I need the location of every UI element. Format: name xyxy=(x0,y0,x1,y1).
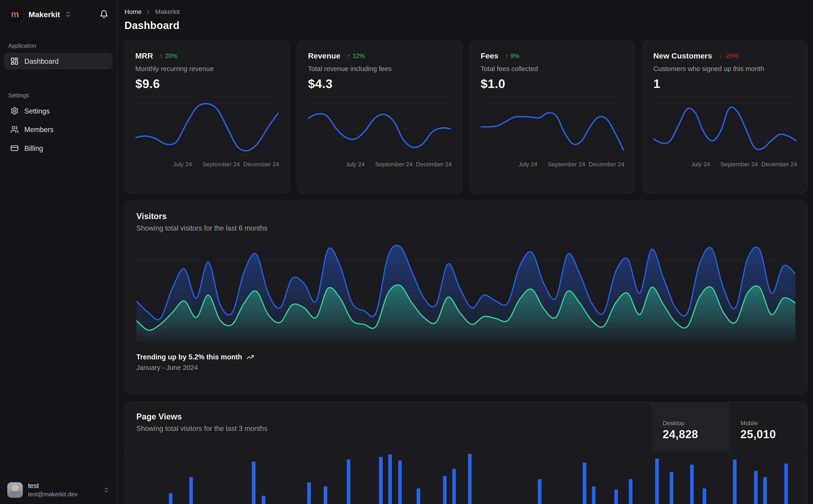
workspace-name: Makerkit xyxy=(29,10,60,19)
stat-card-new-customers: New Customers ↓-25% Customers who signed… xyxy=(643,40,807,193)
stat-value: 1 xyxy=(654,77,797,91)
visitors-trend-line: Trending up by 5.2% this month xyxy=(136,353,795,361)
trending-up-icon xyxy=(246,353,254,361)
chevrons-up-down-icon xyxy=(103,487,109,493)
stat-value: $1.0 xyxy=(481,77,624,91)
new-customers-sparkline-chart xyxy=(654,97,797,159)
breadcrumb: Home Makerkit xyxy=(124,7,807,17)
user-avatar xyxy=(7,482,23,498)
stat-value: $4.3 xyxy=(308,77,451,91)
app-window: m Makerkit Application Dashboard Setting… xyxy=(0,0,813,504)
x-tick-label: December 24 xyxy=(761,161,797,167)
chevron-right-icon xyxy=(145,9,151,15)
stat-title: MRR xyxy=(135,51,153,60)
tab-mobile-label: Mobile xyxy=(741,420,807,426)
fees-sparkline-chart xyxy=(481,97,624,159)
x-tick-label: September 24 xyxy=(202,161,240,167)
stat-cards-row: MRR ↑20% Monthly recurring revenue $9.6 … xyxy=(124,40,807,193)
stat-description: Customers who signed up this month xyxy=(654,65,797,72)
page-title: Dashboard xyxy=(124,19,807,32)
sidebar-item-label: Billing xyxy=(24,144,43,152)
stat-title: New Customers xyxy=(654,51,712,60)
stat-card-header: Fees ↑9% xyxy=(481,51,624,60)
stat-delta-badge: ↑20% xyxy=(160,52,177,59)
stat-card-header: Revenue ↑12% xyxy=(308,51,451,60)
sidebar-item-billing[interactable]: Billing xyxy=(4,140,112,157)
stat-delta-value: 12% xyxy=(352,52,365,59)
x-axis-labels: July 24 September 24 December 24 xyxy=(481,161,624,169)
sidebar-item-label: Members xyxy=(24,126,54,133)
stat-card-fees: Fees ↑9% Total fees collected $1.0 July … xyxy=(470,40,635,193)
x-tick-label: September 24 xyxy=(548,161,585,167)
visitors-subtitle: Showing total visitors for the last 6 mo… xyxy=(136,224,795,232)
stat-description: Total revenue including fees xyxy=(308,65,451,72)
x-tick-label: September 24 xyxy=(375,161,413,167)
stat-description: Total fees collected xyxy=(481,65,624,72)
stat-delta-badge: ↑12% xyxy=(347,52,365,59)
stat-card-revenue: Revenue ↑12% Total revenue including fee… xyxy=(297,40,462,193)
tab-desktop-label: Desktop xyxy=(663,420,729,426)
x-axis-labels: July 24 September 24 December 24 xyxy=(308,161,451,169)
visitors-area-chart xyxy=(136,240,795,342)
stat-value: $9.6 xyxy=(135,77,279,91)
tab-desktop-value: 24,828 xyxy=(663,428,729,441)
sidebar-section-label-settings: Settings xyxy=(0,92,117,98)
user-email: test@makerkit.dev xyxy=(28,490,77,498)
page-views-bar-chart xyxy=(136,452,795,504)
x-tick-label: December 24 xyxy=(416,161,452,167)
logo-letter: m xyxy=(11,10,19,19)
credit-card-icon xyxy=(10,144,19,152)
visitors-trend-text: Trending up by 5.2% this month xyxy=(136,353,242,361)
stat-description: Monthly recurring revenue xyxy=(135,65,279,72)
sidebar-item-label: Settings xyxy=(24,107,50,115)
stat-card-mrr: MRR ↑20% Monthly recurring revenue $9.6 … xyxy=(124,40,289,193)
sidebar: m Makerkit Application Dashboard Setting… xyxy=(0,0,117,504)
sidebar-item-members[interactable]: Members xyxy=(4,121,112,138)
stat-delta-badge: ↓-25% xyxy=(719,52,739,59)
page-views-titles: Page Views Showing total visitors for th… xyxy=(125,403,651,451)
stat-delta-value: 9% xyxy=(510,52,519,59)
x-tick-label: July 24 xyxy=(346,161,365,167)
mrr-sparkline-chart xyxy=(135,97,279,159)
stat-title: Fees xyxy=(481,51,498,60)
sidebar-item-dashboard[interactable]: Dashboard xyxy=(4,53,112,69)
user-menu[interactable]: test test@makerkit.dev xyxy=(0,476,117,504)
x-tick-label: July 24 xyxy=(691,161,710,167)
notifications-button[interactable] xyxy=(99,10,108,19)
x-axis-labels: July 24 September 24 December 24 xyxy=(135,161,279,169)
dashboard-icon xyxy=(10,57,19,65)
user-meta: test test@makerkit.dev xyxy=(28,482,77,498)
page-views-header: Page Views Showing total visitors for th… xyxy=(125,403,807,451)
arrow-up-icon: ↑ xyxy=(347,52,350,59)
arrow-up-icon: ↑ xyxy=(505,52,508,59)
visitors-title: Visitors xyxy=(136,212,795,221)
users-icon xyxy=(10,125,19,134)
sidebar-item-label: Dashboard xyxy=(24,57,59,65)
stat-delta-badge: ↑9% xyxy=(505,52,519,59)
page-views-card: Page Views Showing total visitors for th… xyxy=(124,402,807,504)
sidebar-section-label-application: Application xyxy=(0,42,117,49)
x-tick-label: July 24 xyxy=(173,161,192,167)
user-name: test xyxy=(28,482,77,490)
stat-card-header: MRR ↑20% xyxy=(135,51,279,60)
x-tick-label: July 24 xyxy=(518,161,537,167)
arrow-down-icon: ↓ xyxy=(719,52,722,59)
makerkit-logo: m xyxy=(7,6,23,22)
sidebar-item-settings[interactable]: Settings xyxy=(4,103,112,119)
main-content: Home Makerkit Dashboard MRR ↑20% Monthly… xyxy=(117,0,813,504)
x-tick-label: December 24 xyxy=(589,161,625,167)
workspace-switcher[interactable]: m Makerkit xyxy=(7,6,72,22)
breadcrumb-home-link[interactable]: Home xyxy=(124,8,142,16)
visitors-period: January - June 2024 xyxy=(136,364,795,371)
tab-mobile-value: 25,010 xyxy=(741,428,807,441)
stat-delta-value: 20% xyxy=(165,52,177,59)
stat-delta-value: -25% xyxy=(724,52,739,59)
tab-desktop[interactable]: Desktop 24,828 xyxy=(651,403,729,451)
x-tick-label: September 24 xyxy=(720,161,758,167)
chevrons-up-down-icon xyxy=(65,11,71,17)
bell-icon xyxy=(99,10,108,19)
arrow-up-icon: ↑ xyxy=(160,52,163,59)
tab-mobile[interactable]: Mobile 25,010 xyxy=(729,403,807,451)
page-views-title: Page Views xyxy=(136,412,640,422)
gear-icon xyxy=(10,107,19,115)
